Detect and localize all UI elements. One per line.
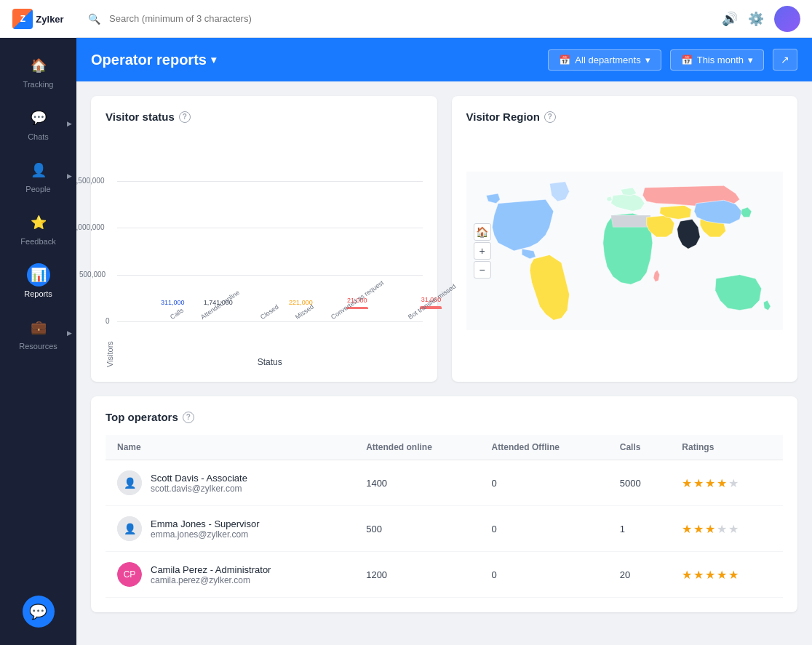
- sidebar-item-label: Reports: [24, 289, 52, 298]
- cards-row: Visitor status ? Visitors 1,500,000 1,00…: [91, 96, 797, 382]
- operator-name-cell: 👤 Scott Davis - Associate scott.davis@zy…: [106, 460, 354, 506]
- ratings-cell: ★★★★★: [670, 460, 783, 506]
- avatar[interactable]: [774, 6, 800, 32]
- sidebar: Z Zylker 🏠 Tracking 💬 ▶ Chats 👤 ▶ People…: [0, 0, 76, 645]
- operator-info: 👤 Scott Davis - Associate scott.davis@zy…: [117, 470, 343, 495]
- sidebar-item-reports[interactable]: 📊 Reports: [0, 255, 76, 307]
- star-icon: ⭐: [27, 211, 50, 234]
- chevron-right-icon: ▶: [67, 120, 72, 127]
- star-half: ★: [717, 476, 727, 490]
- sidebar-item-tracking[interactable]: 🏠 Tracking: [0, 45, 76, 97]
- col-attended-online: Attended online: [354, 435, 479, 460]
- star-empty: ★: [728, 476, 739, 490]
- star-full: ★: [693, 568, 704, 582]
- ratings-cell: ★★★★★: [670, 552, 783, 598]
- bar-closed: Closed: [252, 306, 279, 322]
- chat-bubble-button[interactable]: 💬: [23, 596, 55, 628]
- col-ratings: Ratings: [670, 435, 783, 460]
- attended-offline-cell: 0: [480, 552, 608, 598]
- search-input[interactable]: [109, 13, 713, 24]
- sidebar-item-label: Chats: [28, 132, 49, 141]
- map-home-button[interactable]: 🏠: [474, 223, 491, 241]
- page-title: Operator reports ▾: [91, 52, 216, 68]
- sidebar-item-label: People: [25, 185, 50, 193]
- chat-icon: 💬: [27, 106, 50, 129]
- sidebar-item-resources[interactable]: 💼 ▶ Resources: [0, 307, 76, 359]
- help-icon[interactable]: ?: [183, 412, 194, 423]
- volume-icon[interactable]: 🔊: [722, 11, 738, 27]
- attended-offline-cell: 0: [480, 506, 608, 552]
- attended-online-cell: 1200: [354, 552, 479, 598]
- visitor-status-card: Visitor status ? Visitors 1,500,000 1,00…: [91, 96, 437, 382]
- operator-info: CP Camila Perez - Administrator camila.p…: [117, 562, 343, 587]
- operator-avatar: 👤: [117, 516, 142, 541]
- star-full: ★: [728, 568, 739, 582]
- sidebar-bottom: 💬: [0, 596, 76, 645]
- sidebar-item-people[interactable]: 👤 ▶ People: [0, 150, 76, 202]
- sidebar-item-label: Tracking: [23, 80, 54, 89]
- export-button[interactable]: ↗: [773, 49, 797, 71]
- star-full: ★: [682, 522, 692, 536]
- calls-cell: 1: [608, 506, 671, 552]
- table-row: 👤 Scott Davis - Associate scott.davis@zy…: [106, 460, 783, 506]
- table-row: CP Camila Perez - Administrator camila.p…: [106, 552, 783, 598]
- star-full: ★: [682, 476, 692, 490]
- map-zoom-out-button[interactable]: −: [474, 261, 491, 279]
- star-empty: ★: [728, 522, 739, 536]
- home-icon: 🏠: [27, 54, 50, 77]
- operator-info: 👤 Emma Jones - Supervisor emma.jones@zyl…: [117, 516, 343, 541]
- map-svg: [466, 135, 784, 367]
- help-icon[interactable]: ?: [544, 111, 556, 123]
- topbar-actions: 🔊 ⚙️: [722, 6, 800, 32]
- ratings-cell: ★★★★★: [670, 506, 783, 552]
- calls-cell: 5000: [608, 460, 671, 506]
- col-calls: Calls: [608, 435, 671, 460]
- operator-name-cell: CP Camila Perez - Administrator camila.p…: [106, 552, 354, 598]
- star-full: ★: [705, 476, 715, 490]
- operator-name: Camila Perez - Administrator: [151, 564, 271, 575]
- table-row: 👤 Emma Jones - Supervisor emma.jones@zyl…: [106, 506, 783, 552]
- chevron-right-icon: ▶: [67, 172, 72, 180]
- chart-inner: 1,500,000 1,000,000 500,000 0: [117, 135, 423, 367]
- avatar-image: [774, 6, 800, 32]
- main-content: 🔍 🔊 ⚙️ Operator reports ▾ 📅 All departme…: [76, 0, 812, 645]
- operator-email: emma.jones@zylker.com: [151, 529, 260, 540]
- bar-bot-transfer: 31,000 Bot transfer missed: [399, 296, 463, 322]
- settings-icon[interactable]: ⚙️: [748, 11, 764, 27]
- sidebar-nav: 🏠 Tracking 💬 ▶ Chats 👤 ▶ People ⭐ Feedba…: [0, 45, 76, 359]
- attended-online-cell: 500: [354, 506, 479, 552]
- operator-name: Emma Jones - Supervisor: [151, 518, 260, 529]
- attended-offline-cell: 0: [480, 460, 608, 506]
- help-icon[interactable]: ?: [179, 111, 191, 123]
- star-full: ★: [717, 568, 727, 582]
- sidebar-item-chats[interactable]: 💬 ▶ Chats: [0, 97, 76, 150]
- operators-table: Name Attended online Attended Offline Ca…: [106, 435, 783, 598]
- bar-converted: 21,000 Converted as request: [322, 297, 392, 322]
- top-operators-title: Top operators ?: [106, 411, 783, 423]
- header-bar: Operator reports ▾ 📅 All departments ▾ 📅…: [76, 38, 812, 81]
- bar-calls: 311,000 Calls: [161, 299, 185, 322]
- sidebar-item-feedback[interactable]: ⭐ Feedback: [0, 202, 76, 255]
- star-empty: ★: [717, 522, 727, 536]
- people-icon: 👤: [27, 159, 50, 182]
- star-full: ★: [693, 476, 704, 490]
- calendar-icon: 📅: [559, 55, 570, 65]
- operator-email: camila.perez@zylker.com: [151, 575, 271, 585]
- y-axis-label: Visitors: [106, 135, 114, 367]
- star-full: ★: [693, 522, 704, 536]
- chevron-down-icon: ▾: [645, 55, 650, 65]
- chevron-right-icon: ▶: [67, 329, 72, 337]
- attended-online-cell: 1400: [354, 460, 479, 506]
- operator-avatar: CP: [117, 562, 142, 587]
- x-axis-label: Status: [117, 357, 423, 367]
- reports-icon: 📊: [27, 263, 50, 287]
- departments-dropdown[interactable]: 📅 All departments ▾: [548, 49, 661, 71]
- map-zoom-in-button[interactable]: +: [474, 242, 491, 260]
- content-area: Visitor status ? Visitors 1,500,000 1,00…: [76, 81, 812, 645]
- star-full: ★: [705, 568, 715, 582]
- logo-text: Zylker: [36, 14, 63, 25]
- chevron-down-icon: ▾: [748, 55, 753, 65]
- star-full: ★: [682, 568, 692, 582]
- time-period-dropdown[interactable]: 📅 This month ▾: [670, 49, 764, 71]
- visitor-status-title: Visitor status ?: [106, 111, 423, 123]
